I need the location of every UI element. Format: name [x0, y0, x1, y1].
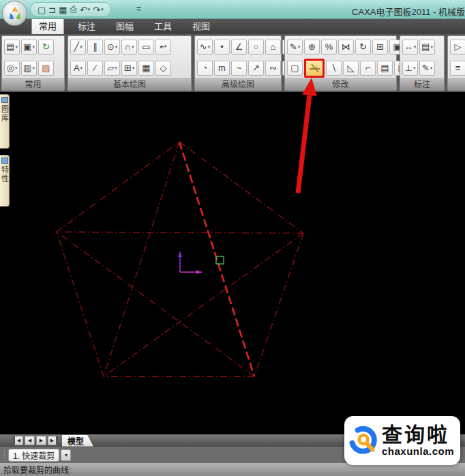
dim-edit-button[interactable]: ✎▾ [419, 61, 435, 76]
star-diagonal[interactable] [104, 233, 303, 376]
chamfer-button[interactable]: ⌐ [360, 61, 376, 76]
model-tab[interactable]: 模型 [62, 435, 93, 447]
sidebar-tab-图库[interactable]: 图库 [0, 94, 10, 149]
chevron-down-icon[interactable]: ▾ [413, 65, 416, 71]
parallel-line-button[interactable]: ∥ [87, 40, 103, 55]
fill-button[interactable]: ◔ [197, 61, 213, 76]
erase-button[interactable]: ✎▾ [287, 40, 303, 55]
paste-button[interactable]: ▤▾ [4, 40, 20, 55]
refresh-button[interactable]: ↻ [38, 40, 54, 55]
properties-copy-button[interactable]: ▷ [450, 40, 465, 55]
chevron-down-icon[interactable]: ▾ [80, 44, 82, 50]
move-button[interactable]: ⊕ [304, 40, 320, 55]
last-sheet-button[interactable]: ▶ [48, 436, 58, 445]
contour-button[interactable]: ∾ [265, 61, 281, 76]
stretch-button[interactable]: ▢ [287, 61, 303, 76]
chevron-down-icon[interactable]: ▾ [32, 44, 35, 50]
chevron-down-icon[interactable]: ▾ [414, 44, 417, 50]
chevron-down-icon[interactable]: ▾ [115, 44, 118, 50]
star-diagonal[interactable] [57, 232, 254, 376]
arrow-draw-icon: ↗ [252, 63, 260, 73]
pentagon-edge[interactable] [254, 233, 303, 376]
sidebar-tab-特性[interactable]: 特性 [0, 155, 10, 207]
chevron-down-icon[interactable]: ▾ [430, 65, 433, 71]
copy-button[interactable]: ▣▾ [21, 40, 37, 55]
chevron-down-icon[interactable]: ▾ [15, 44, 18, 50]
chevron-down-icon[interactable]: ▾ [132, 44, 134, 50]
customize-toolbar-icon[interactable]: = [136, 4, 141, 14]
trim-button[interactable] [304, 59, 325, 78]
shape-button[interactable]: ▱▾ [104, 61, 120, 76]
arc-button[interactable]: ∩▾ [121, 40, 137, 55]
rotate-button[interactable]: ↻ [355, 40, 371, 55]
dim-label-button[interactable]: ▤▾ [419, 40, 435, 55]
array-button[interactable]: ⊞ [372, 40, 388, 55]
first-sheet-button[interactable]: ◀ [13, 436, 23, 445]
hatch-grid-button[interactable]: ▦ [138, 61, 154, 76]
spline-line-button[interactable]: ⁄ [87, 61, 103, 76]
tab-视图[interactable]: 视图 [185, 17, 217, 34]
print-preview-button[interactable]: ▥▾ [21, 61, 37, 76]
open-file-button[interactable]: ⊐ [48, 5, 56, 15]
chevron-down-icon[interactable]: ▾ [430, 44, 433, 50]
new-file-button[interactable]: ▢ [38, 5, 46, 15]
insert-picture-button[interactable]: ▨ [38, 61, 54, 76]
break-button[interactable]: ◺ [343, 61, 359, 76]
chevron-down-icon[interactable]: ▾ [32, 65, 35, 71]
wave-line-button[interactable]: m [214, 61, 230, 76]
extend-button[interactable]: ∖ [326, 61, 342, 76]
line-button[interactable]: ╱▾ [70, 40, 86, 55]
redo-button[interactable]: ↷▾ [93, 5, 103, 15]
highlighted-diagonal[interactable] [179, 142, 254, 376]
rectangle-button[interactable]: ▭ [138, 40, 154, 55]
break-line-button[interactable]: ~ [231, 61, 247, 76]
angle-line-button[interactable]: ∠ [231, 40, 247, 55]
dim-linear-button[interactable]: ↔▾ [402, 40, 418, 55]
tab-工具[interactable]: 工具 [147, 17, 179, 34]
dim-coordinate-button[interactable]: ⊥▾ [402, 61, 418, 76]
arrow-draw-button[interactable]: ↗ [248, 61, 264, 76]
ribbon-row: ✎▾⊕%⋈↻⊞▣ [285, 36, 396, 57]
prev-sheet-button[interactable]: ◀ [25, 436, 35, 445]
active-command-box[interactable]: 1. 快速裁剪 [8, 449, 59, 462]
pentagon-edge[interactable] [57, 142, 179, 232]
zoom-button[interactable]: ◎▾ [4, 61, 20, 76]
chevron-down-icon[interactable]: ▾ [115, 65, 117, 71]
active-command-label: 1. 快速裁剪 [13, 449, 55, 461]
copy-offset-button[interactable]: % [321, 40, 337, 55]
chevron-down-icon[interactable]: ▾ [208, 44, 211, 50]
region-button[interactable]: ◇ [155, 61, 171, 76]
layer-list-button[interactable]: ≡ [450, 61, 465, 76]
fill-icon: ◔ [202, 63, 208, 73]
polygon-button[interactable]: ⌂ [265, 40, 281, 55]
point-button[interactable]: • [214, 40, 230, 55]
tab-图幅[interactable]: 图幅 [109, 17, 140, 34]
command-dropdown-button[interactable]: ▼ [61, 449, 71, 461]
undo-button[interactable]: ↶▾ [80, 5, 90, 15]
spline-button[interactable]: ∿▾ [197, 40, 213, 55]
app-menu-button[interactable] [2, 1, 27, 26]
print-button[interactable]: ⎙ [70, 4, 77, 15]
star-diagonal[interactable] [104, 142, 179, 376]
chevron-down-icon[interactable]: ▾ [132, 65, 135, 71]
circle-button[interactable]: ⊙▾ [104, 40, 120, 55]
chevron-down-icon[interactable]: ▾ [298, 44, 301, 50]
dimension-button[interactable]: ⊞▾ [121, 61, 137, 76]
mirror-button[interactable]: ⋈ [338, 40, 354, 55]
ellipse-button[interactable]: ○ [248, 40, 264, 55]
toolbar-grip[interactable]: ⋮⋮ [1, 450, 8, 460]
drawing-canvas[interactable]: 图库特性 [0, 92, 465, 434]
tab-标注[interactable]: 标注 [71, 17, 102, 34]
pentagon-edge[interactable] [179, 142, 303, 233]
next-sheet-button[interactable]: ▶ [36, 436, 46, 445]
pentagon-edge[interactable] [57, 232, 104, 376]
chevron-down-icon[interactable]: ▾ [15, 65, 18, 71]
chevron-down-icon[interactable]: ▾ [88, 7, 91, 12]
chevron-down-icon[interactable]: ▾ [80, 65, 83, 71]
star-diagonal[interactable] [57, 232, 303, 233]
chevron-down-icon[interactable]: ▾ [101, 7, 104, 12]
save-button[interactable]: ▦ [59, 5, 67, 15]
text-button[interactable]: A▾ [70, 61, 86, 76]
block-button[interactable]: ▤ [377, 61, 393, 76]
polyline-button[interactable]: ↩ [155, 40, 171, 55]
